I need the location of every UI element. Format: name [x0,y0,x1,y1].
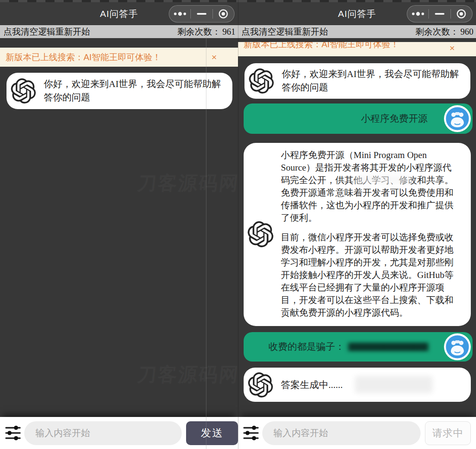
more-icon[interactable] [170,5,190,23]
capsule-divider [450,9,451,19]
ai-message-text: 小程序免费开源（Mini Program Open Source）是指开发者将其… [281,149,460,319]
clear-context-button[interactable]: 点我清空逻辑重新开始 [241,26,328,38]
user-avatar [444,333,471,361]
session-toolbar: 点我清空逻辑重新开始 剩余次数： 961 [0,25,238,38]
session-toolbar: 点我清空逻辑重新开始 剩余次数： 960 [238,25,476,38]
sliders-icon[interactable] [4,425,22,441]
screenshot-stage: AI问答手 点我清空逻辑重新开始 剩余次数： 961 [0,0,476,449]
chatgpt-logo-icon [9,77,38,105]
chatgpt-logo-icon [247,67,276,95]
user-message-bubble: 小程序免费开源 [244,103,473,134]
redacted-blurred-text: ████████████████ [348,343,428,351]
more-icon[interactable] [408,5,428,23]
remaining-label: 剩余次数： [415,26,459,38]
update-notice-banner: 新版本已上线搜索：AI智能王即可体验！ × [238,42,476,56]
mini-program-window-left: AI问答手 点我清空逻辑重新开始 剩余次数： 961 [0,0,238,449]
user-avatar [444,105,471,132]
user-message-bubble: 收费的都是骗子： ████████████████ [244,332,473,362]
message-input-bar: 发送 [0,417,238,449]
remaining-counter: 剩余次数： 960 [415,26,473,38]
chatgpt-logo-icon [246,220,275,249]
ai-message-text: 你好，欢迎来到AI世界，我会尽可能帮助解答你的问题 [282,68,462,94]
message-input-wrapper [262,421,421,445]
message-input-bar: 请求中 [238,417,476,449]
sliders-icon[interactable] [242,425,260,441]
exit-icon[interactable] [214,5,233,23]
remaining-counter: 剩余次数： 961 [177,26,235,38]
title-bar: AI问答手 [238,2,476,25]
ai-message-bubble: 答案生成中...... [244,368,471,402]
remaining-label: 剩余次数： [177,26,221,38]
chat-scroll-area[interactable]: 刀客源码网 刀客源码网 新版本已上线搜索：AI智能王即可体验！ × 你好，欢迎来… [0,38,238,417]
clear-context-button[interactable]: 点我清空逻辑重新开始 [3,26,90,38]
notice-text: 新版本已上线搜索：AI智能王即可体验！ [6,52,161,63]
chatgpt-logo-icon [246,371,275,399]
exit-icon[interactable] [452,5,471,23]
ai-generating-text: 答案生成中...... [281,378,343,391]
update-notice-banner: 新版本已上线搜索：AI智能王即可体验！ × [0,48,238,67]
title-bar: AI问答手 [0,2,238,25]
ai-message-bubble: 小程序免费开源（Mini Program Open Source）是指开发者将其… [244,143,471,326]
user-message-text: 收费的都是骗子： [269,340,345,353]
capsule-divider [212,9,213,19]
chat-scroll-area[interactable]: 新版本已上线搜索：AI智能王即可体验！ × 你好，欢迎来到AI世界，我会尽可能帮… [238,38,476,417]
notice-text: 新版本已上线搜索：AI智能王即可体验！ [244,42,399,50]
close-icon[interactable]: × [447,43,457,53]
capsule-menu[interactable] [407,5,473,23]
close-icon[interactable]: × [209,52,219,62]
watermark-text: 刀客源码网 [136,362,238,388]
ai-message-text: 你好，欢迎来到AI世界，我会尽可能帮助解答你的问题 [44,78,224,104]
ai-paragraph: 小程序免费开源（Mini Program Open Source）是指开发者将其… [281,149,460,224]
user-message-text: 小程序免费开源 [361,112,428,125]
message-input-wrapper [24,421,182,445]
ai-message-bubble: 你好，欢迎来到AI世界，我会尽可能帮助解答你的问题 [6,73,232,109]
blurred-watermark-patch [355,376,433,393]
capsule-divider [190,9,191,19]
ai-paragraph: 目前，微信小程序开发者可以选择免费或收费发布小程序。开源可以帮助开发者更好地学习… [281,231,460,319]
mini-program-window-right: AI问答手 点我清空逻辑重新开始 剩余次数： 960 [238,0,476,449]
watermark-text: 刀客源码网 [136,171,238,196]
message-input[interactable] [273,428,412,438]
capsule-divider [428,9,429,19]
ai-message-bubble: 你好，欢迎来到AI世界，我会尽可能帮助解答你的问题 [244,63,470,99]
requesting-button: 请求中 [425,421,471,445]
minimize-icon[interactable] [192,5,211,23]
minimize-icon[interactable] [430,5,449,23]
message-input[interactable] [35,428,173,438]
remaining-count: 960 [460,27,473,37]
remaining-count: 961 [222,27,235,37]
capsule-menu[interactable] [169,5,235,23]
send-button[interactable]: 发送 [186,421,238,445]
